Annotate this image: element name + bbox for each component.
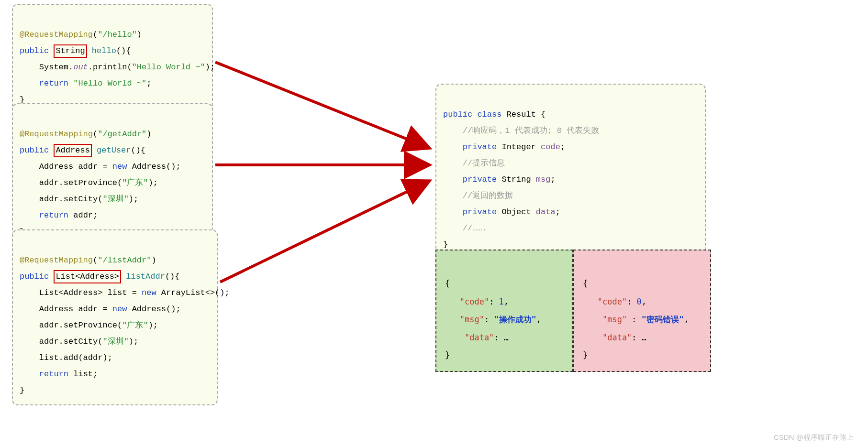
code-box-result: public class Result { //响应码，1 代表成功; 0 代表… bbox=[435, 84, 706, 260]
code-box-listaddr: @RequestMapping("/listAddr") public List… bbox=[12, 229, 218, 405]
svg-line-0 bbox=[215, 62, 430, 148]
svg-line-2 bbox=[220, 181, 430, 282]
code-box-getaddr: @RequestMapping("/getAddr") public Addre… bbox=[12, 103, 213, 247]
json-success-example: { "code": 1, "msg": "操作成功", "data": … } bbox=[435, 250, 573, 372]
return-type-highlight: List<Address> bbox=[54, 270, 121, 283]
code-box-hello: @RequestMapping("/hello") public String … bbox=[12, 4, 213, 115]
json-error-example: { "code": 0, "msg" : "密码错误", "data": … } bbox=[573, 250, 711, 372]
return-type-highlight: Address bbox=[54, 144, 91, 157]
return-type-highlight: String bbox=[54, 44, 87, 58]
watermark: CSDN @程序喵正在路上 bbox=[774, 433, 854, 442]
